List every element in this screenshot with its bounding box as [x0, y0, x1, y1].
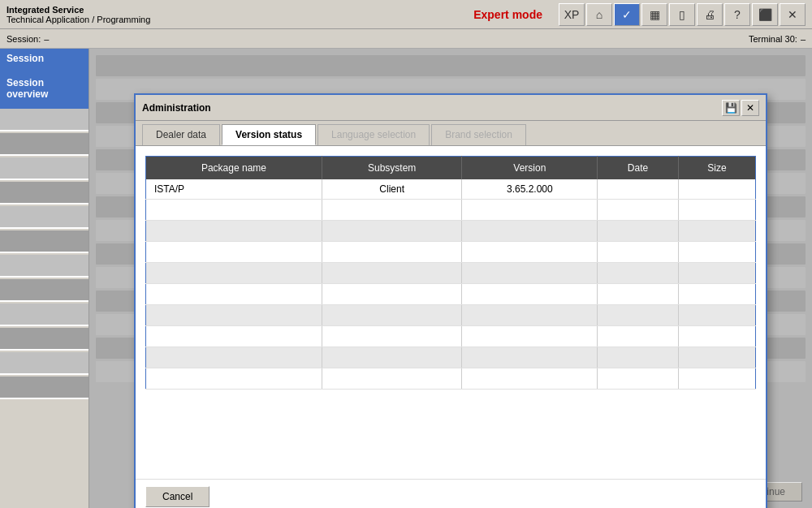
- sidebar-header: Session: [0, 49, 89, 68]
- close-button[interactable]: ✕: [780, 3, 806, 26]
- empty-row-1: [146, 200, 756, 221]
- sidebar-item-session-overview[interactable]: Session overview: [0, 68, 89, 109]
- terminal-label: Terminal 30:: [749, 34, 797, 44]
- empty-row-6: [146, 305, 756, 326]
- second-bar: Session: – Terminal 30: –: [0, 29, 812, 49]
- cell-date: [598, 179, 679, 200]
- col-size: Size: [678, 157, 755, 180]
- tab-brand-selection: Brand selection: [431, 124, 526, 145]
- table-header-row: Package name Subsystem Version Date Size: [146, 157, 756, 180]
- modal-title: Administration: [142, 102, 722, 114]
- empty-row-4: [146, 263, 756, 284]
- tab-version-status[interactable]: Version status: [222, 124, 316, 145]
- modal-overlay: Administration 💾 ✕ Dealer data Version s…: [89, 49, 812, 508]
- right-content: Continue Administration 💾 ✕ Dealer data …: [89, 49, 812, 508]
- empty-row-3: [146, 242, 756, 263]
- sidebar-row-11: [0, 352, 89, 375]
- empty-row-2: [146, 221, 756, 242]
- sidebar-row-2: [0, 133, 89, 156]
- table-row: ISTA/P Client 3.65.2.000: [146, 179, 756, 200]
- home-button[interactable]: ⌂: [586, 3, 612, 26]
- modal-title-icons: 💾 ✕: [722, 100, 759, 116]
- modal-footer: Cancel: [136, 479, 766, 508]
- session-value: –: [44, 34, 49, 44]
- col-package-name: Package name: [146, 157, 322, 180]
- col-subsystem: Subsystem: [322, 157, 462, 180]
- col-version: Version: [462, 157, 598, 180]
- modal-save-icon[interactable]: 💾: [722, 100, 740, 116]
- cell-subsystem: Client: [322, 179, 462, 200]
- sidebar-row-7: [0, 255, 89, 278]
- modal-close-icon[interactable]: ✕: [741, 100, 759, 116]
- cell-size: [678, 179, 755, 200]
- app-title-line2: Technical Application / Programming: [6, 15, 457, 24]
- main-layout: Session Session overview: [0, 49, 812, 508]
- sidebar-row-1: [0, 109, 89, 131]
- sidebar-row-8: [0, 279, 89, 302]
- sidebar: Session Session overview: [0, 49, 89, 508]
- modal-titlebar: Administration 💾 ✕: [136, 95, 766, 121]
- sidebar-row-4: [0, 182, 89, 204]
- version-table: Package name Subsystem Version Date Size…: [145, 156, 756, 390]
- top-bar: Integrated Service Technical Application…: [0, 0, 812, 29]
- sidebar-row-10: [0, 328, 89, 351]
- cancel-button[interactable]: Cancel: [145, 486, 209, 507]
- tab-dealer-data[interactable]: Dealer data: [142, 124, 220, 145]
- mobile-button[interactable]: ▯: [669, 3, 695, 26]
- cell-package-name: ISTA/P: [146, 179, 322, 200]
- col-date: Date: [598, 157, 679, 180]
- grid-button[interactable]: ▦: [641, 3, 667, 26]
- sidebar-row-12: [0, 377, 89, 399]
- sidebar-row-3: [0, 157, 89, 180]
- empty-row-8: [146, 347, 756, 368]
- help-button[interactable]: ?: [724, 3, 750, 26]
- empty-row-7: [146, 326, 756, 347]
- empty-row-9: [146, 368, 756, 390]
- print-button[interactable]: 🖨: [697, 3, 723, 26]
- black-button[interactable]: ⬛: [752, 3, 778, 26]
- administration-modal: Administration 💾 ✕ Dealer data Version s…: [134, 93, 767, 508]
- app-title-line1: Integrated Service: [6, 5, 457, 15]
- sidebar-rows: [0, 109, 89, 508]
- modal-tabs: Dealer data Version status Language sele…: [136, 121, 766, 146]
- sidebar-row-6: [0, 230, 89, 253]
- check-button[interactable]: ✓: [614, 3, 640, 26]
- session-label: Session:: [6, 34, 41, 44]
- xp-button[interactable]: XP: [559, 3, 585, 26]
- app-title: Integrated Service Technical Application…: [6, 5, 457, 24]
- sidebar-row-5: [0, 206, 89, 229]
- expert-mode-label: Expert mode: [473, 8, 542, 21]
- tab-language-selection: Language selection: [317, 124, 430, 145]
- modal-body: Package name Subsystem Version Date Size…: [136, 146, 766, 479]
- sidebar-row-9: [0, 304, 89, 326]
- cell-version: 3.65.2.000: [462, 179, 598, 200]
- empty-row-5: [146, 284, 756, 305]
- toolbar: XP ⌂ ✓ ▦ ▯ 🖨 ? ⬛ ✕: [559, 3, 806, 26]
- terminal-value: –: [801, 34, 806, 44]
